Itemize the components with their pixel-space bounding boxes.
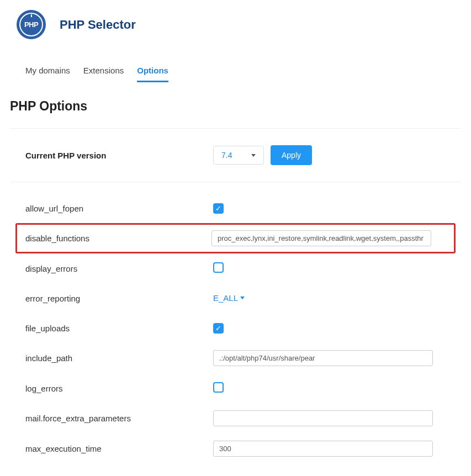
option-row-allow-url-fopen: allow_url_fopen ✓ — [15, 193, 456, 223]
options-list: allow_url_fopen ✓ disable_functions disp… — [10, 182, 461, 464]
option-label: max_execution_time — [25, 444, 213, 453]
option-label: mail.force_extra_parameters — [25, 414, 213, 423]
option-row-max-execution-time: max_execution_time — [15, 433, 456, 464]
option-label: disable_functions — [25, 234, 211, 243]
version-label: Current PHP version — [25, 151, 213, 160]
checkbox-log-errors[interactable] — [213, 382, 224, 393]
section-title: PHP Options — [10, 99, 461, 114]
checkmark-icon: ✓ — [215, 325, 221, 332]
option-label: include_path — [25, 353, 213, 363]
dropdown-error-reporting[interactable]: E_ALL — [213, 293, 245, 303]
checkmark-icon: ✓ — [215, 205, 221, 212]
checkbox-display-errors[interactable] — [213, 262, 224, 273]
option-row-mail-force-extra-parameters: mail.force_extra_parameters — [15, 403, 456, 433]
page-title: PHP Selector — [60, 18, 136, 32]
caret-down-icon — [251, 154, 256, 157]
option-row-error-reporting: error_reporting E_ALL — [15, 283, 456, 313]
option-row-disable-functions: disable_functions — [15, 223, 456, 253]
tab-my-domains[interactable]: My domains — [25, 60, 70, 82]
option-row-include-path: include_path — [15, 343, 456, 373]
input-disable-functions[interactable] — [211, 230, 431, 246]
version-select[interactable]: 7.4 — [213, 146, 264, 165]
option-label: allow_url_fopen — [25, 204, 213, 213]
apply-button[interactable]: Apply — [271, 145, 312, 165]
input-include-path[interactable] — [213, 350, 433, 366]
input-max-execution-time[interactable] — [213, 441, 433, 457]
checkbox-allow-url-fopen[interactable]: ✓ — [213, 203, 224, 214]
tabs: My domains Extensions Options — [0, 49, 471, 82]
option-label: display_errors — [25, 264, 213, 273]
caret-down-icon — [240, 297, 245, 299]
version-selected: 7.4 — [221, 151, 232, 160]
option-row-log-errors: log_errors — [15, 373, 456, 403]
input-mail-force-extra-parameters[interactable] — [213, 410, 433, 426]
option-row-file-uploads: file_uploads ✓ — [15, 313, 456, 343]
version-row: Current PHP version 7.4 Apply — [10, 129, 461, 182]
dropdown-value: E_ALL — [213, 293, 238, 303]
main-content: PHP Options Current PHP version 7.4 Appl… — [0, 82, 471, 475]
checkbox-file-uploads[interactable]: ✓ — [213, 323, 224, 334]
option-row-display-errors: display_errors — [15, 253, 456, 283]
option-label: error_reporting — [25, 294, 213, 303]
tab-options[interactable]: Options — [137, 60, 168, 82]
option-label: log_errors — [25, 384, 213, 393]
option-label: file_uploads — [25, 324, 213, 333]
tab-extensions[interactable]: Extensions — [83, 60, 124, 82]
logo-text: PHP — [24, 20, 38, 29]
php-logo: PHP — [17, 10, 46, 39]
header: PHP PHP Selector — [0, 0, 471, 49]
